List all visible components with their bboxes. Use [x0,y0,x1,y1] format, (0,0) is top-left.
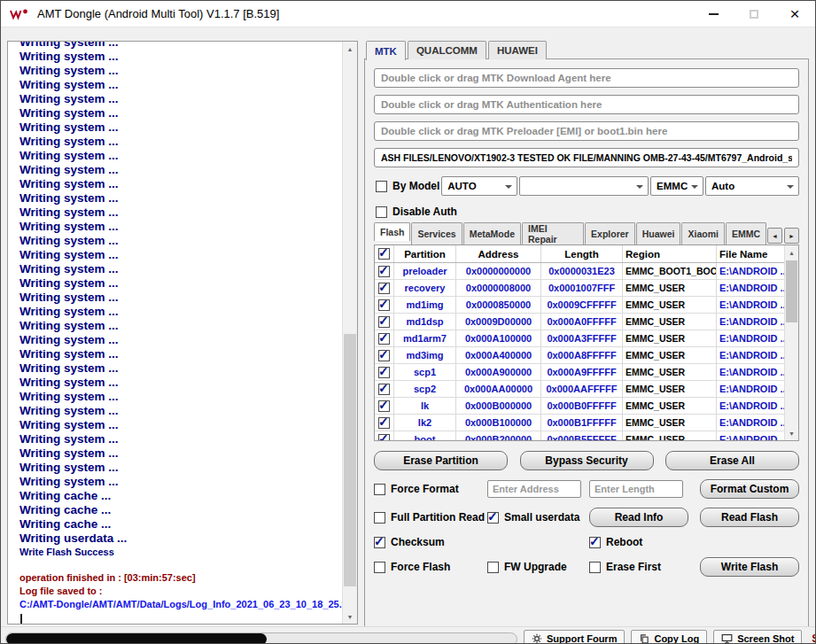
row-checkbox[interactable] [378,333,390,345]
erase-first-checkbox[interactable]: Erase First [589,561,691,573]
scroll-up-icon[interactable]: ▲ [343,42,357,56]
partition-header[interactable]: Partition [394,245,456,262]
table-scrollbar-thumb[interactable] [786,260,797,322]
log-line: Writing system ... [19,78,342,92]
close-button[interactable]: × [774,1,815,27]
row-checkbox[interactable] [378,367,390,378]
table-row[interactable]: boot 0x000B200000 0x000B5FFFFF EMMC_USER… [375,431,784,441]
region-cell: EMMC_USER [623,381,717,397]
row-checkbox[interactable] [378,417,390,429]
select-all-checkbox[interactable] [378,248,390,260]
progress-fill [6,633,267,644]
force-format-checkbox[interactable]: Force Format [374,483,487,495]
address-header[interactable]: Address [456,245,541,262]
log-line: Writing system ... [19,446,342,461]
fw-upgrade-checkbox[interactable]: FW Upgrade [487,561,589,573]
platform-tab[interactable]: QUALCOMM [408,41,486,59]
function-tab[interactable]: Flash [374,222,410,241]
table-row[interactable]: md3img 0x000A400000 0x000A8FFFFF EMMC_US… [375,347,784,364]
row-checkbox[interactable] [378,350,390,361]
tabs-scroll-left-button[interactable]: ◄ [767,228,782,244]
platform-tab[interactable]: MTK [366,41,406,60]
bypass-security-button[interactable]: Bypass Security [520,451,654,470]
row-checkbox[interactable] [378,283,390,294]
region-header[interactable]: Region [623,245,717,262]
log-line: Writing system ... [19,291,342,305]
length-header[interactable]: Length [541,245,623,262]
region-cell: EMMC_USER [623,431,717,441]
checksum-checkbox[interactable]: Checksum [374,536,487,548]
region-cell: EMMC_USER [623,415,717,431]
screen-shot-button[interactable]: Screen Shot [713,630,802,644]
table-row[interactable]: md1arm7 0x000A100000 0x000A3FFFFF EMMC_U… [375,330,784,347]
row-checkbox[interactable] [378,434,390,442]
storage-select[interactable]: EMMC [650,176,703,196]
function-tab[interactable]: IMEI Repair [522,222,584,244]
erase-partition-button[interactable]: Erase Partition [374,451,508,470]
address-input[interactable] [487,480,581,498]
force-flash-checkbox[interactable]: Force Flash [374,561,487,573]
table-row[interactable]: recovery 0x0000008000 0x0001007FFF EMMC_… [375,280,784,297]
preloader-input[interactable] [374,121,799,141]
scatter-file-input[interactable] [374,148,799,167]
table-row[interactable]: scp1 0x000A900000 0x000A9FFFFF EMMC_USER… [375,364,784,381]
length-input[interactable] [589,480,683,498]
minimize-button[interactable] [693,1,734,27]
write-flash-button[interactable]: Write Flash [700,557,799,577]
table-row[interactable]: lk 0x000B000000 0x000B0FFFFF EMMC_USER E… [375,398,784,415]
table-row[interactable]: md1dsp 0x0009D00000 0x000A0FFFFF EMMC_US… [375,314,784,330]
disable-auth-checkbox[interactable]: Disable Auth [376,206,799,218]
scroll-down-icon[interactable]: ▼ [343,609,357,624]
table-row[interactable]: md1img 0x0000850000 0x0009CFFFFF EMMC_US… [375,297,784,314]
log-scrollbar[interactable]: ▲ ▼ [342,42,357,624]
region-cell: EMMC_USER [623,364,717,380]
erase-all-button[interactable]: Erase All [665,451,799,470]
function-tab[interactable]: Explorer [585,222,635,244]
platform-tab[interactable]: HUAWEI [488,41,547,59]
row-checkbox[interactable] [378,400,390,412]
download-agent-input[interactable] [374,68,799,88]
table-row[interactable]: preloader 0x0000000000 0x0000031E23 EMMC… [375,263,784,280]
length-cell: 0x000A9FFFFF [541,364,623,380]
platform-tabs: MTKQUALCOMMHUAWEI [364,41,809,59]
copy-log-button[interactable]: Copy Log [631,630,707,644]
scroll-up-icon[interactable]: ▲ [785,245,798,260]
row-checkbox[interactable] [378,299,390,311]
log-line: Writing system ... [19,347,342,361]
format-custom-button[interactable]: Format Custom [700,479,799,499]
log-line: Writing system ... [19,276,342,291]
reboot-checkbox[interactable]: Reboot [589,536,691,548]
function-tab[interactable]: Huawei [636,222,681,244]
model-select[interactable] [519,176,649,196]
support-forum-button[interactable]: Support Fourm [524,630,625,644]
log-scrollbar-thumb[interactable] [344,334,356,586]
maximize-button[interactable] [734,1,774,27]
full-partition-read-checkbox[interactable]: Full Partition Read [374,511,487,524]
file-name-header[interactable]: File Name [717,245,784,262]
button-label: Support Fourm [547,633,617,644]
small-userdata-checkbox[interactable]: Small userdata [487,511,589,524]
row-checkbox[interactable] [378,384,390,395]
function-tab[interactable]: EMMC [726,222,766,244]
table-scrollbar[interactable]: ▲ ▼ [784,245,798,440]
read-info-button[interactable]: Read Info [589,508,688,527]
read-flash-button[interactable]: Read Flash [700,508,799,527]
table-row[interactable]: lk2 0x000B100000 0x000B1FFFFF EMMC_USER … [375,415,784,431]
tabs-scroll-right-button[interactable]: ► [784,228,799,244]
checkbox-box [376,181,387,192]
scroll-down-icon[interactable]: ▼ [785,426,798,440]
log-line: C:/AMT-Dongle/AMT/AMT/Data/Logs/Log_Info… [19,598,342,611]
row-checkbox[interactable] [378,316,390,328]
function-tab[interactable]: MetaMode [463,222,521,244]
function-tab[interactable]: Services [411,222,462,244]
flash-mode-select[interactable]: Auto [705,176,799,196]
stop-button[interactable]: Stop [812,632,816,644]
log-panel: Writing system ...Writing system ...Writ… [7,41,358,625]
function-tab[interactable]: Xiaomi [681,222,724,244]
copy-icon [639,633,649,644]
brand-select[interactable]: AUTO [441,176,517,196]
table-row[interactable]: scp2 0x000AA00000 0x000AAFFFFF EMMC_USER… [375,381,784,398]
authentication-input[interactable] [374,95,799,114]
row-checkbox[interactable] [378,266,390,277]
by-model-checkbox[interactable]: By Model [376,180,439,192]
